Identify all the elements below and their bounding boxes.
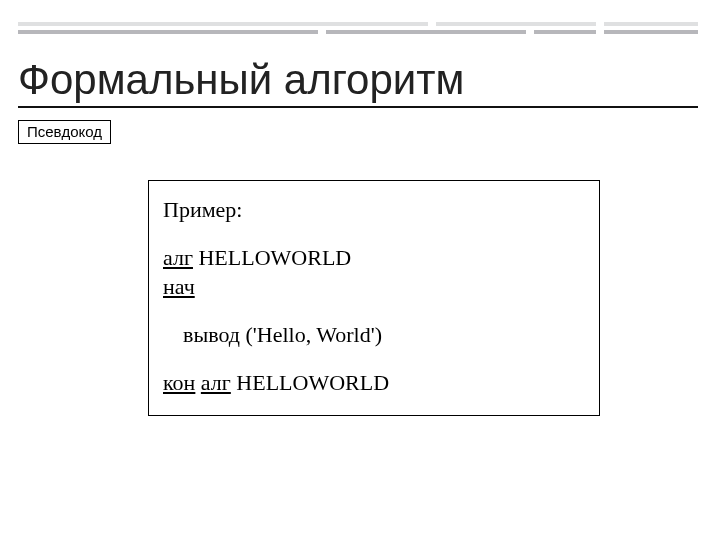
subtitle-tag: Псевдокод (18, 120, 111, 144)
page-title: Формальный алгоритм (18, 58, 698, 108)
kw-end: кон (163, 370, 195, 395)
deco-bar (18, 22, 428, 26)
kw-alg: алг (163, 245, 193, 270)
deco-bar (604, 22, 698, 26)
alg-name: HELLOWORLD (193, 245, 351, 270)
kw-begin: нач (163, 274, 195, 299)
code-line-body: вывод ('Hello, World') (163, 320, 583, 350)
panel-heading: Пример: (163, 195, 583, 225)
deco-bar (326, 30, 526, 34)
deco-bar (436, 22, 596, 26)
slide: Формальный алгоритм Псевдокод Пример: ал… (0, 0, 720, 540)
deco-bar (534, 30, 596, 34)
example-panel: Пример: алг HELLOWORLD нач вывод ('Hello… (148, 180, 600, 416)
code-line-end: кон алг HELLOWORLD (163, 368, 583, 398)
deco-bar (18, 30, 318, 34)
deco-bar (604, 30, 698, 34)
code-line-alg: алг HELLOWORLD (163, 243, 583, 273)
kw-alg2: алг (201, 370, 231, 395)
code-line-begin: нач (163, 272, 583, 302)
header-decoration (18, 22, 698, 36)
alg-name2: HELLOWORLD (231, 370, 389, 395)
